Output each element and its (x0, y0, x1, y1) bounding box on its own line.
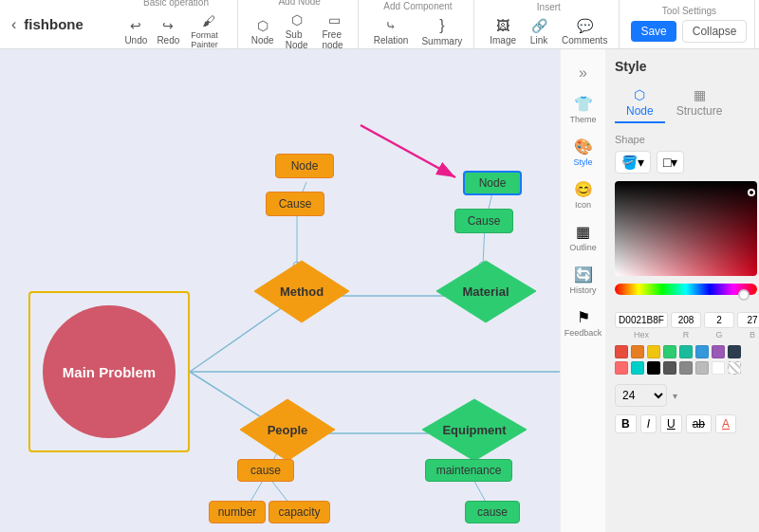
swatch-darkgray[interactable] (663, 361, 676, 375)
node2-rect[interactable]: Node (463, 171, 522, 195)
link-button[interactable]: 🔗Link (526, 16, 552, 47)
swatch-lightred[interactable] (615, 361, 628, 375)
people-node[interactable]: People (235, 394, 340, 468)
group-label-tool-settings: Tool Settings (662, 6, 716, 16)
swatch-purple[interactable] (712, 345, 725, 358)
font-size-select[interactable]: 24 12 14 16 18 20 (615, 384, 667, 407)
undo-button[interactable]: ↩Undo (122, 16, 149, 47)
number-rect[interactable]: number (209, 501, 266, 523)
style-tabs: ⬡ Node ▦ Structure (615, 83, 750, 124)
cause1-rect[interactable]: Cause (266, 192, 324, 216)
structure-tab-icon: ▦ (694, 87, 706, 102)
g-input[interactable]: 2 (704, 312, 734, 328)
icon-icon-button[interactable]: 😊 Icon (563, 174, 604, 215)
theme-icon-button[interactable]: 👕 Theme (563, 89, 604, 130)
color-picker-area[interactable] (615, 181, 757, 276)
style-icon-button[interactable]: 🎨 Style (563, 132, 604, 173)
history-icon: 🔄 (574, 266, 593, 284)
format-painter-button[interactable]: 🖌Format Painter (187, 11, 229, 51)
swatch-orange[interactable] (631, 345, 644, 358)
hue-cursor (738, 289, 750, 301)
node2-label: Node (479, 176, 507, 190)
node-button[interactable]: ⬡Node (250, 16, 276, 47)
back-button[interactable]: ‹ (8, 12, 20, 37)
r-input[interactable]: 208 (671, 312, 701, 328)
relation-button[interactable]: ⤷Relation (370, 16, 413, 47)
svg-text:People: People (268, 423, 308, 437)
image-button[interactable]: 🖼Image (486, 16, 520, 47)
b-input-group: 27 B (737, 312, 759, 339)
material-node[interactable]: Material (432, 256, 541, 330)
shape-section-title: Shape (615, 134, 750, 145)
strikethrough-button[interactable]: ab (686, 414, 712, 433)
swatch-pattern[interactable] (728, 361, 741, 375)
italic-button[interactable]: I (640, 414, 657, 433)
history-icon-button[interactable]: 🔄 History (563, 260, 604, 301)
side-icons-panel: » 👕 Theme 🎨 Style 😊 Icon ▦ Outline 🔄 His… (560, 49, 605, 532)
swatch-green[interactable] (663, 345, 676, 358)
structure-tab-label: Structure (676, 104, 723, 118)
capacity-rect[interactable]: capacity (268, 501, 330, 523)
swatch-lightgray[interactable] (695, 361, 709, 375)
icon-label: Icon (575, 200, 591, 210)
color-picker-cursor (748, 189, 755, 196)
cause3-rect[interactable]: cause (237, 459, 294, 482)
svg-text:Material: Material (462, 284, 509, 299)
swatch-red[interactable] (615, 345, 628, 358)
underline-button[interactable]: U (660, 414, 682, 433)
collapse-button[interactable]: Collapse (682, 20, 748, 43)
outline-icon-button[interactable]: ▦ Outline (563, 217, 604, 258)
cause2-rect[interactable]: Cause (454, 209, 513, 233)
save-button[interactable]: Save (631, 21, 676, 42)
sub-node-button[interactable]: ⬡Sub Node (282, 10, 313, 52)
swatch-darkblue[interactable] (728, 345, 741, 358)
swatch-teal[interactable] (679, 345, 693, 358)
method-node[interactable]: Method (250, 256, 354, 330)
b-input[interactable]: 27 (737, 312, 759, 328)
feedback-label: Feedback (565, 328, 602, 338)
structure-tab[interactable]: ▦ Structure (665, 83, 734, 123)
border-color-button[interactable]: □▾ (657, 151, 684, 174)
font-size-chevron: ▾ (673, 391, 677, 401)
hex-input-group: D0021B8F Hex (615, 312, 668, 339)
free-node-button[interactable]: ▭Free node (318, 10, 349, 52)
group-items-tool-settings: Save Collapse (631, 20, 747, 43)
maintenance-label: maintenance (436, 464, 502, 477)
expand-button[interactable]: » (573, 59, 593, 87)
canvas-area[interactable]: Main Problem Method Material People (0, 49, 560, 532)
group-label-basic: Basic operation (143, 0, 209, 8)
icon-icon: 😊 (574, 180, 593, 198)
node1-rect[interactable]: Node (275, 154, 334, 178)
cause4-rect[interactable]: cause (465, 501, 520, 523)
theme-icon: 👕 (574, 95, 593, 113)
font-color-button[interactable]: A (715, 414, 736, 433)
feedback-icon-button[interactable]: ⚑ Feedback (563, 303, 604, 343)
maintenance-rect[interactable]: maintenance (425, 459, 512, 482)
node-tab[interactable]: ⬡ Node (615, 83, 665, 123)
right-panel: » 👕 Theme 🎨 Style 😊 Icon ▦ Outline 🔄 His… (560, 49, 759, 532)
swatch-yellow[interactable] (647, 345, 660, 358)
bold-button[interactable]: B (615, 414, 637, 433)
swatch-gray[interactable] (679, 361, 693, 375)
cause4-label: cause (477, 505, 508, 519)
hex-input[interactable]: D0021B8F (615, 312, 668, 328)
equipment-node[interactable]: Equipment (417, 394, 531, 468)
comments-button[interactable]: 💬Comments (558, 16, 611, 47)
hue-slider[interactable] (615, 284, 757, 295)
summary-button[interactable]: }Summary (417, 15, 466, 48)
swatch-white[interactable] (712, 361, 725, 375)
toolbar-group-basic: Basic operation ↩Undo ↪Redo 🖌Format Pain… (115, 0, 237, 48)
swatch-blue[interactable] (695, 345, 709, 358)
swatch-black[interactable] (647, 361, 660, 375)
fill-color-button[interactable]: 🪣▾ (615, 151, 651, 174)
main-area: Main Problem Method Material People (0, 49, 759, 532)
toolbar-group-insert: Insert 🖼Image 🔗Link 💬Comments (478, 0, 620, 48)
shape-controls-row: 🪣▾ □▾ (615, 151, 750, 174)
node-tab-icon: ⬡ (634, 87, 645, 102)
main-problem-circle[interactable]: Main Problem (43, 305, 176, 438)
group-label-insert: Insert (537, 2, 561, 12)
group-label-add-node: Add Node (278, 0, 320, 7)
redo-button[interactable]: ↪Redo (155, 16, 181, 47)
swatch-cyan[interactable] (631, 361, 644, 375)
toolbar-group-tool-settings: Tool Settings Save Collapse (623, 0, 755, 48)
